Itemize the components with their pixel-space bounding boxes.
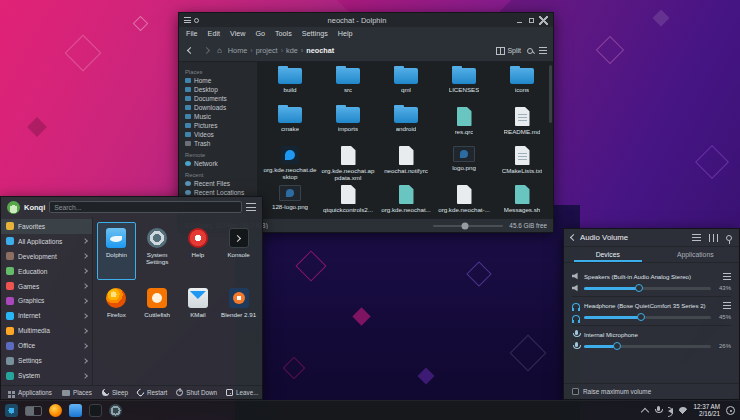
menu-item[interactable]: Settings (302, 29, 328, 38)
file-item[interactable]: src (319, 66, 377, 105)
file-item[interactable]: cmake (261, 105, 319, 144)
window-menu-icon[interactable] (184, 17, 191, 23)
taskbar-icon[interactable] (69, 404, 82, 417)
applet-menu-icon[interactable] (692, 234, 701, 242)
file-item[interactable]: qml (377, 66, 435, 105)
forward-button[interactable] (201, 45, 211, 57)
scrollbar[interactable] (549, 65, 552, 123)
category-item[interactable]: Development (1, 249, 92, 264)
places-item[interactable]: Home (185, 76, 255, 85)
file-item[interactable]: org.kde.neochat.desktop (261, 144, 319, 183)
app-item[interactable]: Firefox (97, 282, 136, 340)
places-item[interactable]: Downloads (185, 103, 255, 112)
volume-slider[interactable] (584, 316, 711, 319)
pin-icon[interactable] (726, 235, 732, 241)
search-input[interactable] (49, 201, 242, 213)
volume-slider[interactable] (584, 345, 711, 348)
places-item[interactable]: Documents (185, 94, 255, 103)
category-item[interactable]: Favorites (1, 219, 92, 234)
zoom-slider-handle[interactable] (461, 222, 468, 229)
app-item[interactable]: Help (179, 222, 218, 280)
taskbar-icon[interactable] (49, 404, 62, 417)
mute-toggle-icon[interactable] (572, 342, 580, 350)
breadcrumb-item[interactable]: project (250, 46, 277, 55)
category-item[interactable]: Games (1, 279, 92, 294)
file-item[interactable]: neochat.notifyrc (377, 144, 435, 183)
device-menu-icon[interactable] (723, 302, 731, 309)
file-item[interactable]: android (377, 105, 435, 144)
file-item[interactable]: org.kde.neochat... (377, 183, 435, 218)
file-item[interactable]: imports (319, 105, 377, 144)
footer-tab[interactable]: Places (62, 389, 92, 396)
menu-item[interactable]: Go (255, 29, 265, 38)
mute-toggle-icon[interactable] (572, 315, 580, 321)
places-item[interactable]: Music (185, 112, 255, 121)
minimize-button[interactable] (515, 16, 524, 25)
breadcrumb-item[interactable]: kde (281, 46, 298, 55)
category-item[interactable]: Settings (1, 353, 92, 368)
places-item[interactable]: Videos (185, 130, 255, 139)
tray-icon[interactable] (679, 407, 687, 414)
category-item[interactable]: Internet (1, 308, 92, 323)
breadcrumb-item[interactable]: neochat (301, 46, 334, 55)
places-item[interactable]: Network (185, 159, 255, 168)
taskbar-icon[interactable] (109, 404, 122, 417)
file-item[interactable]: org.kde.neochat-... (435, 183, 493, 218)
menu-item[interactable]: Edit (208, 29, 220, 38)
app-item[interactable]: Blender 2.91 (219, 282, 258, 340)
category-item[interactable]: System (1, 368, 92, 383)
category-item[interactable]: Office (1, 338, 92, 353)
applet-tab[interactable]: Applications (652, 247, 740, 262)
menu-item[interactable]: Tools (275, 29, 292, 38)
raise-volume-checkbox[interactable] (572, 388, 579, 395)
places-item[interactable]: Desktop (185, 85, 255, 94)
notifications-icon[interactable] (726, 406, 735, 415)
menu-item[interactable]: View (230, 29, 245, 38)
app-item[interactable]: KMail (179, 282, 218, 340)
places-item[interactable]: Pictures (185, 121, 255, 130)
file-item[interactable]: qtquickcontrols2... (319, 183, 377, 218)
tray-icon[interactable] (668, 408, 673, 414)
close-button[interactable] (539, 16, 548, 25)
category-item[interactable]: Multimedia (1, 323, 92, 338)
places-item[interactable]: Trash (185, 139, 255, 148)
dolphin-titlebar[interactable]: neochat - Dolphin (179, 13, 553, 27)
search-button[interactable] (527, 48, 533, 54)
places-item[interactable]: Recent Files (185, 179, 255, 188)
window-pin-icon[interactable] (194, 18, 199, 23)
session-action-button[interactable]: Shut Down (176, 389, 217, 396)
taskbar-icon[interactable] (25, 406, 42, 416)
home-icon[interactable]: ⌂ (217, 47, 222, 55)
split-button[interactable]: Split (496, 47, 521, 55)
file-item[interactable]: build (261, 66, 319, 105)
app-item[interactable]: Cuttlefish (138, 282, 177, 340)
file-item[interactable]: README.md (493, 105, 551, 144)
menu-item[interactable]: File (186, 29, 198, 38)
device-menu-icon[interactable] (723, 273, 731, 280)
app-item[interactable]: System Settings (138, 222, 177, 280)
hamburger-menu-button[interactable] (539, 47, 547, 54)
file-item[interactable]: 128-logo.png (261, 183, 319, 218)
places-item[interactable]: Places (185, 68, 255, 76)
volume-slider-handle[interactable] (635, 284, 643, 292)
file-view[interactable]: build src qml (257, 62, 553, 218)
app-item[interactable]: Dolphin (97, 222, 136, 280)
file-item[interactable]: Messages.sh (493, 183, 551, 218)
file-item[interactable]: org.kde.neochat.appdata.xml (319, 144, 377, 183)
clock[interactable]: 12:37 AM 2/16/21 (693, 404, 720, 418)
places-item[interactable]: Remote (185, 151, 255, 159)
category-item[interactable]: All Applications (1, 234, 92, 249)
app-item[interactable]: Konsole (219, 222, 258, 280)
taskbar-icon[interactable] (89, 404, 102, 417)
mute-toggle-icon[interactable] (572, 284, 580, 292)
volume-slider-handle[interactable] (613, 342, 621, 350)
tray-icon[interactable] (641, 407, 649, 415)
volume-slider-handle[interactable] (637, 313, 645, 321)
footer-tab[interactable]: Applications (8, 389, 52, 396)
mixer-icon[interactable] (709, 234, 718, 242)
volume-slider[interactable] (584, 287, 711, 290)
user-avatar[interactable] (7, 201, 20, 214)
file-item[interactable]: LICENSES (435, 66, 493, 105)
places-item[interactable]: Recent (185, 171, 255, 179)
session-action-button[interactable]: Sleep (102, 389, 128, 396)
